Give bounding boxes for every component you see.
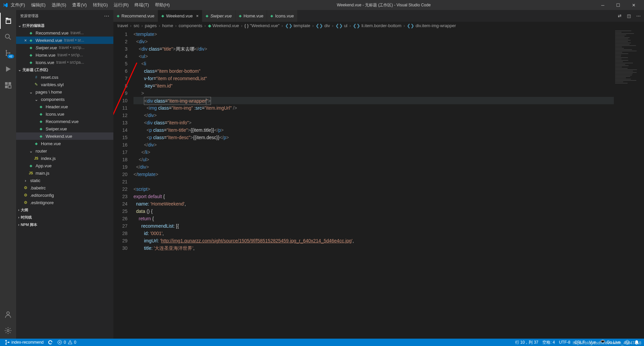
search-icon[interactable] <box>0 29 16 45</box>
more-icon[interactable]: ⋯ <box>636 13 641 18</box>
code-editor[interactable]: 1234567891011121314151617181920212223242… <box>113 29 644 339</box>
close-icon[interactable] <box>23 53 28 58</box>
file-item[interactable]: ◆Icons.vue <box>16 110 113 118</box>
breadcrumb-item[interactable]: ❮❯ div <box>316 23 330 28</box>
menu-item[interactable]: 选择(S) <box>49 1 69 9</box>
file-label: Recommend.vue <box>36 31 68 36</box>
file-item[interactable]: JSmain.js <box>16 169 113 177</box>
cursor-position[interactable]: 行 10，列 37 <box>513 340 540 345</box>
vue-icon: ◆ <box>28 30 34 36</box>
editor-tab[interactable]: ◆Icons.vue <box>267 10 298 22</box>
close-icon[interactable]: × <box>196 13 199 18</box>
breadcrumb-item[interactable]: ❮❯ template <box>285 23 310 28</box>
more-icon[interactable]: ⋯ <box>104 13 109 19</box>
file-detail: travel • src\pa... <box>56 60 84 65</box>
menu-item[interactable]: 转到(G) <box>90 1 111 9</box>
maximize-button[interactable]: ☐ <box>610 0 626 10</box>
compare-icon[interactable]: ⇄ <box>618 13 622 18</box>
split-editor-icon[interactable]: ◫ <box>627 13 631 18</box>
editor-tab[interactable]: ◆Home.vue <box>235 10 267 22</box>
breadcrumb[interactable]: travel›src›pages›home›components›◆ Weeke… <box>113 22 644 29</box>
open-editor-item[interactable]: ×◆Weekend.vuetravel • sr... <box>16 37 113 44</box>
editor-tab[interactable]: ◆Swiper.vue <box>202 10 235 22</box>
account-icon[interactable] <box>0 306 16 323</box>
minimize-button[interactable]: ─ <box>595 0 610 10</box>
menu-item[interactable]: 帮助(H) <box>152 1 172 9</box>
source-control-icon[interactable]: 42 <box>0 45 16 61</box>
folder-item[interactable]: ⌄pages \ home <box>16 88 113 96</box>
file-item[interactable]: ◆Weekend.vue <box>16 132 113 140</box>
window-title: Weekend.vue - 无标题 (工作区) - Visual Studio … <box>172 2 595 8</box>
folder-label: static <box>30 178 40 183</box>
close-icon[interactable] <box>23 60 28 65</box>
code-content[interactable]: <template> <div> <div class="title">周末去哪… <box>133 29 614 339</box>
menu-item[interactable]: 文件(F) <box>8 1 28 9</box>
workspace-header[interactable]: ⌄无标题 (工作区) <box>16 66 113 73</box>
file-label: reset.css <box>41 75 58 80</box>
explorer-icon[interactable] <box>0 13 16 29</box>
menu-item[interactable]: 编辑(E) <box>29 1 48 9</box>
editor-tab[interactable]: ◆Recommend.vue <box>113 10 158 22</box>
file-item[interactable]: ◆Recommend.vue <box>16 118 113 125</box>
breadcrumb-item[interactable]: ❮❯ div.item-img-wrapper <box>407 23 456 28</box>
breadcrumb-item[interactable]: ◆ Weekend.vue <box>208 23 239 28</box>
extensions-icon[interactable] <box>0 77 16 93</box>
file-detail: travel • sr... <box>64 38 84 43</box>
npm-scripts-header[interactable]: ›NPM 脚本 <box>16 221 113 228</box>
close-button[interactable]: ✕ <box>626 0 641 10</box>
encoding-indicator[interactable]: UTF-8 <box>557 340 572 345</box>
breadcrumb-item[interactable]: { } "Weekend.vue" <box>245 23 279 28</box>
close-icon[interactable] <box>23 45 28 50</box>
menu-item[interactable]: 查看(V) <box>69 1 89 9</box>
folder-label: pages \ home <box>36 90 62 95</box>
svg-point-13 <box>8 342 9 343</box>
debug-icon[interactable] <box>0 61 16 77</box>
close-icon[interactable]: × <box>23 38 28 43</box>
vue-icon: ◆ <box>38 126 44 131</box>
open-editors-header[interactable]: ⌄打开的编辑器 <box>16 22 113 29</box>
file-label: Weekend.vue <box>36 38 62 43</box>
tab-bar: ◆Recommend.vue◆Weekend.vue×◆Swiper.vue◆H… <box>113 10 644 22</box>
open-editor-item[interactable]: ◆Icons.vuetravel • src\pa... <box>16 59 113 66</box>
file-item[interactable]: ✎varibles.styl <box>16 81 113 88</box>
file-item[interactable]: ⚙.babelrc <box>16 184 113 191</box>
menu-item[interactable]: 终端(T) <box>132 1 152 9</box>
folder-item[interactable]: ⌄components <box>16 96 113 103</box>
file-item[interactable]: ◆Swiper.vue <box>16 125 113 132</box>
file-item[interactable]: ◆Home.vue <box>16 140 113 147</box>
timeline-header[interactable]: ›时间线 <box>16 214 113 221</box>
file-item[interactable]: ⚙.eslintignore <box>16 199 113 206</box>
breadcrumb-item[interactable]: ❮❯ li.item.border-bottom <box>353 23 401 28</box>
vue-icon: ◆ <box>28 52 34 58</box>
file-item[interactable]: ◆Header.vue <box>16 103 113 110</box>
editor-tab[interactable]: ◆Weekend.vue× <box>158 10 202 22</box>
spaces-indicator[interactable]: 空格: 4 <box>540 340 557 345</box>
outline-header[interactable]: ›大纲 <box>16 206 113 214</box>
breadcrumb-item[interactable]: src <box>133 23 139 28</box>
open-editor-item[interactable]: ◆Swiper.vuetravel • src\p... <box>16 44 113 51</box>
breadcrumb-item[interactable]: home <box>162 23 173 28</box>
file-item[interactable]: ◆App.vue <box>16 162 113 169</box>
open-editor-item[interactable]: ◆Recommend.vuetravel... <box>16 29 113 37</box>
branch-indicator[interactable]: index-recommend <box>3 340 46 345</box>
folder-item[interactable]: ›static <box>16 177 113 184</box>
minimap[interactable] <box>614 29 644 339</box>
breadcrumb-item[interactable]: travel <box>117 23 128 28</box>
breadcrumb-item[interactable]: components <box>178 23 202 28</box>
open-editor-item[interactable]: ◆Home.vuetravel • src\p... <box>16 51 113 59</box>
svg-point-3 <box>9 52 10 54</box>
menu-item[interactable]: 运行(R) <box>111 1 131 9</box>
folder-item[interactable]: ⌄router <box>16 147 113 155</box>
settings-icon[interactable] <box>0 323 16 339</box>
file-item[interactable]: ⚙.editorconfig <box>16 191 113 199</box>
breadcrumb-item[interactable]: pages <box>145 23 157 28</box>
svg-point-9 <box>7 330 9 332</box>
file-item[interactable]: JSindex.js <box>16 155 113 162</box>
problems-indicator[interactable]: 0 0 <box>55 340 78 345</box>
file-label: index.js <box>41 156 56 161</box>
close-icon[interactable] <box>23 31 28 36</box>
breadcrumb-item[interactable]: ❮❯ ul <box>335 23 347 28</box>
file-item[interactable]: #reset.css <box>16 73 113 81</box>
sync-button[interactable] <box>46 340 55 345</box>
vue-icon: ◆ <box>38 104 44 109</box>
